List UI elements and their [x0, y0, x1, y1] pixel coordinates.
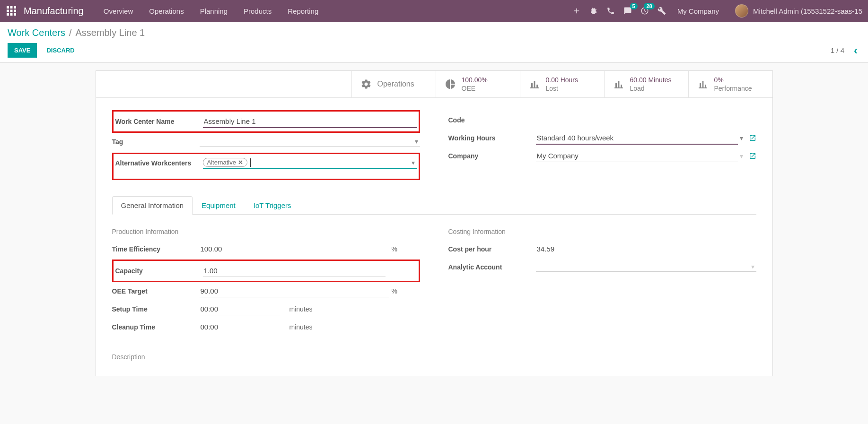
cost-section-title: Costing Information: [448, 228, 756, 235]
stat-row: Operations 100.00% OEE 0.00 Hours Lost: [96, 71, 772, 98]
text-cursor: [250, 158, 251, 167]
capacity-input[interactable]: [203, 265, 386, 277]
stat-lost-label: Lost: [546, 84, 578, 93]
chevron-down-icon[interactable]: ▾: [410, 159, 417, 166]
tag-field[interactable]: ▾: [200, 138, 420, 147]
code-input[interactable]: [536, 114, 756, 126]
save-button[interactable]: SAVE: [8, 43, 37, 58]
oee-target-input[interactable]: [200, 285, 389, 297]
time-eff-input[interactable]: [200, 243, 389, 255]
stat-lost-value: 0.00 Hours: [546, 76, 578, 84]
navbar: Manufacturing Overview Operations Planni…: [0, 0, 868, 22]
breadcrumb-current: Assembly Line 1: [75, 27, 145, 38]
alt-label: Alternative Workcenters: [115, 158, 203, 168]
close-icon[interactable]: ✕: [238, 159, 243, 166]
hours-label: Working Hours: [448, 134, 536, 142]
cost-hour-input[interactable]: [536, 243, 756, 255]
tabs: General Information Equipment IoT Trigge…: [112, 196, 756, 215]
bar-chart-icon: [529, 78, 540, 90]
svg-rect-3: [7, 10, 9, 12]
hours-input[interactable]: [536, 132, 738, 145]
percent-unit: %: [392, 287, 420, 295]
cleanup-time-input[interactable]: [200, 321, 280, 333]
svg-rect-5: [14, 10, 16, 12]
user-menu[interactable]: Mitchell Admin (15531522-saas-15: [735, 4, 862, 17]
alt-tag-text: Alternative: [207, 159, 236, 166]
external-link-icon[interactable]: [749, 152, 756, 160]
time-eff-label: Time Efficiency: [112, 245, 200, 253]
control-panel: Work Centers / Assembly Line 1 SAVE DISC…: [0, 22, 868, 63]
name-input[interactable]: [203, 115, 417, 128]
activities-icon[interactable]: 28: [640, 7, 649, 15]
tag-label: Tag: [112, 138, 200, 146]
breadcrumb: Work Centers / Assembly Line 1: [8, 27, 860, 38]
tab-equipment[interactable]: Equipment: [193, 196, 245, 214]
apps-icon[interactable]: [6, 5, 17, 17]
breadcrumb-sep: /: [69, 27, 72, 38]
minutes-unit: minutes: [289, 305, 313, 313]
nav-menu: Overview Operations Planning Products Re…: [97, 3, 325, 19]
stat-load-label: Load: [630, 84, 672, 93]
breadcrumb-parent[interactable]: Work Centers: [8, 27, 65, 38]
stat-operations-button[interactable]: Operations: [351, 71, 436, 97]
tools-icon[interactable]: [658, 7, 666, 15]
pager-prev-icon[interactable]: ‹: [851, 44, 860, 57]
svg-rect-2: [14, 6, 16, 9]
highlight-alt-workcenters: Alternative Workcenters Alternative ✕ ▾: [112, 153, 420, 180]
bar-chart-icon: [697, 78, 709, 90]
bug-icon[interactable]: [589, 7, 598, 15]
gear-icon: [360, 78, 372, 90]
highlight-capacity: Capacity: [112, 260, 420, 282]
discard-button[interactable]: DISCARD: [40, 43, 81, 58]
minutes-unit: minutes: [289, 323, 313, 331]
company-input[interactable]: [536, 150, 738, 162]
app-brand[interactable]: Manufacturing: [24, 6, 84, 17]
percent-unit: %: [392, 245, 420, 253]
stat-oee-button[interactable]: 100.00% OEE: [436, 71, 520, 97]
chevron-down-icon[interactable]: ▾: [738, 152, 745, 160]
pie-chart-icon: [445, 78, 456, 90]
stat-perf-value: 0%: [714, 76, 752, 84]
avatar: [735, 4, 748, 17]
nav-products[interactable]: Products: [237, 3, 278, 19]
messages-icon[interactable]: 5: [623, 7, 632, 15]
messages-badge: 5: [630, 3, 638, 9]
form-sheet: Operations 100.00% OEE 0.00 Hours Lost: [96, 70, 773, 376]
tab-iot[interactable]: IoT Triggers: [245, 196, 300, 214]
external-link-icon[interactable]: [749, 134, 756, 142]
nav-overview[interactable]: Overview: [97, 3, 140, 19]
svg-rect-8: [14, 13, 16, 16]
username: Mitchell Admin (15531522-saas-15: [753, 7, 862, 15]
stat-load-button[interactable]: 60.00 Minutes Load: [604, 71, 688, 97]
pager-value[interactable]: 1 / 4: [831, 46, 844, 54]
prod-section-title: Production Information: [112, 228, 420, 235]
svg-rect-4: [10, 10, 13, 12]
tab-general[interactable]: General Information: [112, 196, 193, 215]
description-section-title: Description: [112, 353, 420, 361]
svg-rect-1: [10, 6, 13, 9]
plus-icon[interactable]: [572, 7, 581, 15]
svg-rect-6: [7, 13, 9, 16]
analytic-account-field[interactable]: ▾: [536, 263, 756, 272]
stat-load-value: 60.00 Minutes: [630, 76, 672, 84]
stat-oee-value: 100.00%: [462, 76, 488, 84]
nav-planning[interactable]: Planning: [193, 3, 234, 19]
phone-icon[interactable]: [606, 7, 615, 15]
nav-operations[interactable]: Operations: [142, 3, 190, 19]
svg-rect-7: [10, 13, 13, 16]
alt-workcenters-field[interactable]: Alternative ✕ ▾: [203, 158, 417, 169]
setup-time-input[interactable]: [200, 303, 280, 315]
cost-hour-label: Cost per hour: [448, 245, 536, 253]
stat-lost-button[interactable]: 0.00 Hours Lost: [520, 71, 604, 97]
chevron-down-icon[interactable]: ▾: [749, 263, 756, 270]
chevron-down-icon[interactable]: ▾: [738, 134, 745, 142]
company-label: Company: [448, 152, 536, 160]
code-label: Code: [448, 116, 536, 124]
svg-rect-0: [7, 6, 9, 9]
company-selector[interactable]: My Company: [675, 7, 722, 15]
chevron-down-icon[interactable]: ▾: [413, 138, 420, 145]
nav-reporting[interactable]: Reporting: [281, 3, 325, 19]
oee-target-label: OEE Target: [112, 287, 200, 295]
stat-performance-button[interactable]: 0% Performance: [688, 71, 772, 97]
alt-tag-pill: Alternative ✕: [203, 158, 247, 167]
